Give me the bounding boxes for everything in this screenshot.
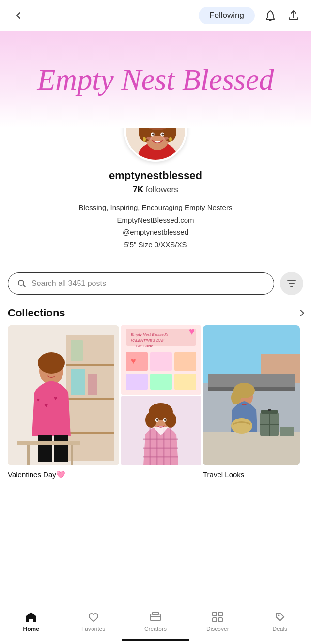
svg-point-11 <box>162 134 164 136</box>
nav-item-home[interactable]: Home <box>16 610 46 632</box>
username: emptynestblessed <box>109 169 202 182</box>
bottom-navigation: Home Favorites Creators <box>0 605 311 644</box>
svg-point-13 <box>169 137 172 142</box>
svg-rect-42 <box>126 352 148 371</box>
svg-text:♥: ♥ <box>189 326 195 337</box>
svg-point-10 <box>152 134 155 136</box>
back-button[interactable] <box>10 7 27 24</box>
top-navigation: Following <box>0 0 311 31</box>
nav-label-creators: Creators <box>144 626 167 632</box>
notification-button[interactable] <box>263 8 278 23</box>
svg-rect-32 <box>54 435 68 462</box>
filter-button[interactable] <box>280 272 303 295</box>
collections-grid: ♥ ♥ ♥ Valentines Day🩷 <box>0 325 311 481</box>
svg-rect-25 <box>71 340 83 361</box>
banner-title: Empty Nest Blessed <box>27 63 283 96</box>
svg-text:♥: ♥ <box>54 395 57 402</box>
collection-item[interactable]: Travel Looks <box>203 325 300 481</box>
svg-text:Empty Nest Blessed's: Empty Nest Blessed's <box>131 332 169 337</box>
home-icon <box>24 610 38 624</box>
svg-point-65 <box>156 419 158 421</box>
svg-rect-23 <box>71 369 85 395</box>
svg-point-15 <box>163 137 169 140</box>
share-button[interactable] <box>286 8 301 23</box>
nav-label-discover: Discover <box>206 626 229 632</box>
svg-rect-73 <box>203 432 300 465</box>
svg-rect-20 <box>66 364 114 366</box>
svg-rect-90 <box>218 618 222 622</box>
home-indicator <box>122 639 189 641</box>
svg-point-66 <box>164 419 166 421</box>
collection-image <box>121 396 201 465</box>
svg-rect-44 <box>150 352 172 371</box>
following-button[interactable]: Following <box>199 7 255 24</box>
search-icon <box>17 279 27 288</box>
svg-rect-47 <box>150 374 172 390</box>
svg-rect-88 <box>218 612 222 616</box>
collections-title: Collections <box>8 307 65 319</box>
svg-rect-45 <box>174 352 196 371</box>
followers-count: 7K followers <box>133 185 178 195</box>
svg-text:♥: ♥ <box>131 356 136 366</box>
collections-header: Collections <box>0 303 311 325</box>
nav-item-discover[interactable]: Discover <box>203 610 232 632</box>
svg-rect-87 <box>213 612 217 616</box>
heart-icon <box>87 610 100 624</box>
nav-item-creators[interactable]: Creators <box>141 610 170 632</box>
collection-image: ♥ ♥ ♥ <box>8 325 119 465</box>
chevron-right-icon <box>297 310 304 316</box>
nav-item-deals[interactable]: Deals <box>265 610 295 632</box>
collection-item[interactable]: ♥ ♥ ♥ Valentines Day🩷 <box>8 325 119 481</box>
collections-see-more[interactable] <box>298 311 303 315</box>
svg-rect-38 <box>126 329 196 346</box>
collection-label <box>121 466 201 472</box>
svg-point-82 <box>231 418 252 434</box>
search-placeholder: Search all 3451 posts <box>31 279 106 288</box>
collection-double-images: Empty Nest Blessed's VALENTINE'S DAY Gif… <box>121 325 201 465</box>
svg-rect-83 <box>280 427 294 436</box>
svg-point-14 <box>146 137 152 140</box>
collection-image <box>203 325 300 465</box>
svg-point-54 <box>145 412 157 428</box>
svg-rect-89 <box>213 618 217 622</box>
svg-text:♥: ♥ <box>37 397 40 403</box>
nav-right-actions: Following <box>199 7 301 24</box>
svg-rect-21 <box>66 398 114 400</box>
svg-rect-22 <box>66 432 114 434</box>
svg-point-30 <box>38 352 65 374</box>
svg-rect-34 <box>27 445 30 465</box>
nav-item-favorites[interactable]: Favorites <box>79 610 108 632</box>
svg-rect-31 <box>38 435 52 462</box>
svg-point-55 <box>165 412 176 428</box>
creators-icon <box>149 610 162 624</box>
svg-text:♥: ♥ <box>44 401 48 409</box>
svg-rect-33 <box>17 441 80 445</box>
collection-label: Valentines Day🩷 <box>8 466 119 481</box>
discover-icon <box>211 610 224 624</box>
filter-icon <box>286 278 297 289</box>
bio: Blessing, Inspiring, Encouraging Empty N… <box>64 201 247 251</box>
svg-point-91 <box>278 615 279 616</box>
nav-label-favorites: Favorites <box>81 626 105 632</box>
svg-rect-24 <box>88 374 97 395</box>
deals-icon <box>273 610 287 624</box>
profile-banner: Empty Nest Blessed <box>0 31 311 128</box>
svg-point-76 <box>231 391 241 404</box>
collection-item[interactable]: Empty Nest Blessed's VALENTINE'S DAY Gif… <box>121 325 201 481</box>
svg-text:Gift Guide: Gift Guide <box>136 344 154 348</box>
collection-image: Empty Nest Blessed's VALENTINE'S DAY Gif… <box>121 325 201 395</box>
search-bar[interactable]: Search all 3451 posts <box>8 272 274 295</box>
svg-rect-46 <box>126 374 148 390</box>
svg-text:VALENTINE'S DAY: VALENTINE'S DAY <box>131 338 165 343</box>
svg-point-12 <box>143 137 146 142</box>
svg-rect-48 <box>174 374 196 390</box>
svg-rect-35 <box>71 445 73 465</box>
svg-rect-79 <box>268 409 271 411</box>
nav-label-home: Home <box>23 626 39 632</box>
search-section: Search all 3451 posts <box>0 260 311 303</box>
nav-label-deals: Deals <box>272 626 287 632</box>
collection-label: Travel Looks <box>203 466 300 480</box>
